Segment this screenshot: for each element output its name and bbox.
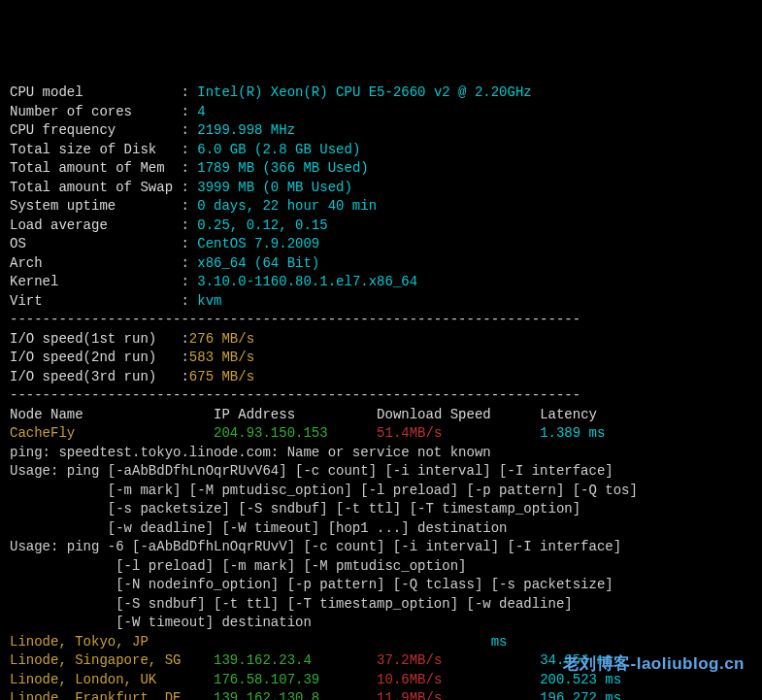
io-row: I/O speed(1st run) :276 MB/s bbox=[10, 331, 254, 347]
table-header: Node Name IP Address Download Speed Late… bbox=[10, 407, 597, 422]
usage-line: [-S sndbuf] [-t ttl] [-T timestamp_optio… bbox=[10, 596, 573, 612]
usage-line: [-W timeout] destination bbox=[10, 615, 312, 630]
sys-row: Total amount of Mem : 1789 MB (366 MB Us… bbox=[10, 160, 369, 176]
usage-line: [-s packetsize] [-S sndbuf] [-t ttl] [-T… bbox=[10, 501, 580, 517]
io-row: I/O speed(2nd run) :583 MB/s bbox=[10, 350, 254, 365]
usage-line: [-l preload] [-m mark] [-M pmtudisc_opti… bbox=[10, 558, 466, 574]
usage-line: [-m mark] [-M pmtudisc_option] [-l prelo… bbox=[10, 483, 638, 498]
table-row: Linode, London, UK 176.58.107.39 10.6MB/… bbox=[10, 672, 621, 687]
usage-line: [-w deadline] [-W timeout] [hop1 ...] de… bbox=[10, 520, 507, 536]
usage-line: Usage: ping [-aAbBdDfhLnOqrRUvV64] [-c c… bbox=[10, 463, 613, 479]
sys-row: Virt : kvm bbox=[10, 293, 221, 309]
sys-row: Number of cores : 4 bbox=[10, 104, 206, 119]
sys-row: Total size of Disk : 6.0 GB (2.8 GB Used… bbox=[10, 142, 360, 157]
sys-row: Total amount of Swap : 3999 MB (0 MB Use… bbox=[10, 180, 352, 195]
sys-row: OS : CentOS 7.9.2009 bbox=[10, 236, 319, 251]
io-row: I/O speed(3rd run) :675 MB/s bbox=[10, 369, 254, 384]
divider: ----------------------------------------… bbox=[10, 387, 580, 403]
table-row: Linode, Tokyo, JP ms bbox=[10, 634, 508, 650]
usage-line: [-N nodeinfo_option] [-p pattern] [-Q tc… bbox=[10, 577, 613, 592]
table-row: Linode, Frankfurt, DE 139.162.130.8 11.9… bbox=[10, 690, 621, 700]
table-row: Linode, Singapore, SG 139.162.23.4 37.2M… bbox=[10, 652, 613, 668]
sys-row: Arch : x86_64 (64 Bit) bbox=[10, 255, 319, 271]
sys-row: System uptime : 0 days, 22 hour 40 min bbox=[10, 198, 377, 214]
usage-line: Usage: ping -6 [-aAbBdDfhLnOqrRUvV] [-c … bbox=[10, 539, 621, 554]
sys-row: CPU frequency : 2199.998 MHz bbox=[10, 122, 295, 138]
sys-row: CPU model : Intel(R) Xeon(R) CPU E5-2660… bbox=[10, 84, 532, 100]
sys-row: Load average : 0.25, 0.12, 0.15 bbox=[10, 217, 328, 233]
table-row: CacheFly 204.93.150.153 51.4MB/s 1.389 m… bbox=[10, 425, 605, 441]
error-line: ping: speedtest.tokyo.linode.com: Name o… bbox=[10, 445, 491, 460]
divider: ----------------------------------------… bbox=[10, 312, 580, 327]
sys-row: Kernel : 3.10.0-1160.80.1.el7.x86_64 bbox=[10, 274, 417, 289]
